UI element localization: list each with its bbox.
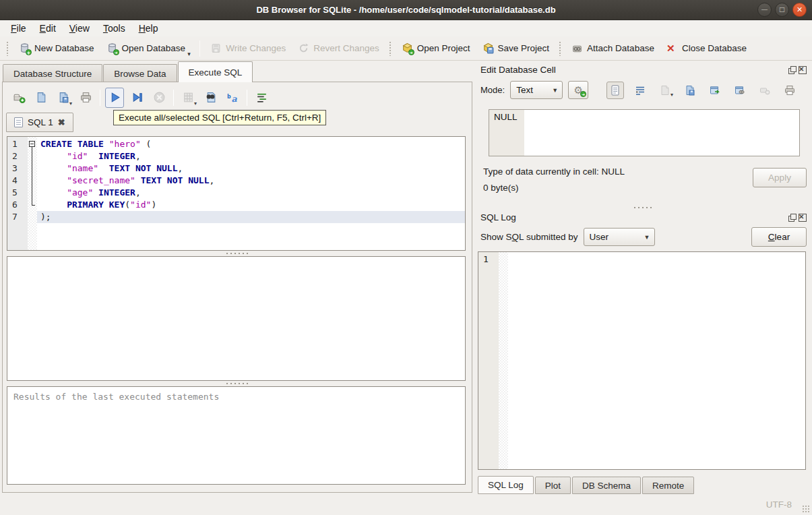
dock-close-icon[interactable]: [799, 214, 807, 222]
apply-button: Apply: [753, 168, 807, 187]
sql-log-title: SQL Log: [480, 212, 516, 222]
sql-toolbar: ▾ ▾: [3, 82, 472, 113]
open-project-button[interactable]: ➜ Open Project: [396, 38, 476, 59]
toolbar-drag-handle[interactable]: [389, 41, 392, 56]
close-database-icon: ✕: [666, 42, 678, 54]
code-line[interactable]: 5 "age" INTEGER,: [7, 187, 465, 199]
splitter-handle[interactable]: [3, 381, 472, 386]
dock-close-icon[interactable]: [799, 66, 807, 74]
text-mode-button[interactable]: [606, 82, 624, 99]
save-sql-file-icon: [57, 91, 70, 104]
tab-remote[interactable]: Remote: [642, 477, 694, 494]
code-line[interactable]: 3 "name" TEXT NOT NULL,: [7, 162, 465, 175]
code-line[interactable]: 7);: [7, 211, 465, 223]
clear-button[interactable]: Clear: [751, 227, 807, 247]
fold-margin: [28, 211, 37, 223]
code-line[interactable]: 2 "id" INTEGER,: [7, 150, 465, 162]
print-icon: [784, 84, 796, 96]
sql-file-tab[interactable]: SQL 1 ✖: [6, 113, 73, 132]
dock-float-icon[interactable]: [788, 214, 796, 222]
toolbar-drag-handle[interactable]: [6, 41, 9, 56]
workspace: Database Structure Browse Data Execute S…: [0, 61, 812, 494]
cell-editor[interactable]: NULL: [489, 109, 800, 156]
window-controls: [757, 3, 807, 17]
fold-margin: [28, 175, 37, 187]
line-number: 7: [7, 211, 28, 223]
title-bar[interactable]: DB Browser for SQLite - /home/user/code/…: [0, 0, 812, 20]
cell-edit-area[interactable]: [524, 110, 799, 156]
save-sql-file-button[interactable]: ▾: [54, 88, 73, 108]
toolbar-separator: [199, 40, 200, 57]
code-line[interactable]: 6 PRIMARY KEY("id"): [7, 199, 465, 211]
mode-select[interactable]: Text ▼: [510, 81, 563, 99]
code-line[interactable]: 1CREATE TABLE "hero" (: [7, 138, 465, 150]
execute-all-icon: [108, 91, 121, 104]
save-results-icon: [182, 91, 195, 104]
tab-close-icon[interactable]: ✖: [58, 117, 65, 127]
resize-grip-icon[interactable]: [802, 505, 810, 513]
new-database-button[interactable]: + New Database: [13, 38, 100, 59]
database-open-icon: ➜: [106, 42, 118, 54]
open-database-button[interactable]: ➜ Open Database: [100, 38, 192, 59]
print-cell-button[interactable]: [781, 82, 799, 99]
app-window: { "window": { "title": "DB Browser for S…: [0, 0, 812, 515]
left-panel: Database Structure Browse Data Execute S…: [0, 61, 474, 494]
maximize-button[interactable]: [775, 3, 789, 17]
execute-current-line-icon: [131, 91, 144, 104]
results-table-pane[interactable]: [7, 256, 466, 381]
auto-switch-mode-button[interactable]: ⚙ ➜: [568, 81, 588, 99]
menu-tools[interactable]: Tools: [96, 22, 132, 35]
tab-execute-sql[interactable]: Execute SQL: [178, 61, 253, 82]
fold-marker-icon[interactable]: [28, 138, 37, 150]
menu-edit[interactable]: Edit: [33, 22, 63, 35]
new-tab-button[interactable]: [9, 88, 28, 108]
tab-browse-data[interactable]: Browse Data: [103, 64, 177, 82]
open-database-dropdown-icon[interactable]: ▾: [187, 51, 194, 57]
format-sql-button[interactable]: ba: [223, 88, 242, 108]
open-external-button[interactable]: [731, 82, 749, 99]
submitter-select[interactable]: User ▼: [584, 228, 655, 246]
close-database-button[interactable]: ✕ Close Database: [660, 38, 753, 59]
menu-file[interactable]: File: [4, 22, 33, 35]
attach-database-button[interactable]: Attach Database: [565, 38, 660, 59]
set-null-icon: [759, 84, 771, 96]
sql-editor[interactable]: 1CREATE TABLE "hero" (2 "id" INTEGER,3 "…: [7, 136, 466, 251]
revert-changes-button: Revert Changes: [292, 38, 385, 59]
menu-help[interactable]: Help: [132, 22, 165, 35]
dropdown-caret-icon: ▾: [670, 92, 673, 98]
stop-button: [150, 88, 168, 108]
sql-log-editor[interactable]: 1: [478, 251, 806, 470]
export-cell-button[interactable]: [706, 82, 724, 99]
tab-database-structure[interactable]: Database Structure: [3, 64, 102, 82]
toolbar-drag-handle[interactable]: [559, 41, 562, 56]
fold-margin: [28, 162, 37, 175]
tab-db-schema[interactable]: DB Schema: [572, 477, 641, 494]
word-wrap-button[interactable]: [631, 82, 649, 99]
import-cell-button[interactable]: [681, 82, 699, 99]
menu-view[interactable]: View: [63, 22, 96, 35]
submitter-value: User: [590, 232, 609, 242]
open-sql-file-button[interactable]: [32, 88, 51, 108]
tab-sql-log[interactable]: SQL Log: [478, 476, 534, 494]
minimize-button[interactable]: [757, 3, 772, 17]
line-number: 2: [7, 150, 28, 162]
new-database-label: New Database: [34, 43, 94, 53]
execute-all-button[interactable]: [105, 88, 124, 108]
code-line[interactable]: 4 "secret_name" TEXT NOT NULL,: [7, 175, 465, 187]
word-wrap-button[interactable]: [252, 88, 271, 108]
splitter-dots-icon: [225, 382, 249, 385]
dock-float-icon[interactable]: [788, 66, 796, 74]
print-button[interactable]: [76, 88, 95, 108]
execute-current-line-button[interactable]: [127, 88, 146, 108]
close-button[interactable]: [792, 3, 807, 17]
save-project-button[interactable]: Save Project: [476, 38, 556, 59]
encoding-indicator[interactable]: UTF-8: [766, 499, 792, 510]
tab-plot[interactable]: Plot: [535, 477, 571, 494]
results-message-pane[interactable]: Results of the last executed statements: [7, 386, 466, 485]
dock-splitter-handle[interactable]: [474, 203, 812, 212]
cell-action-icons: ▾: [606, 82, 801, 99]
splitter-handle[interactable]: [3, 251, 472, 256]
find-button[interactable]: [201, 88, 220, 108]
sql-log-dock-header: SQL Log: [474, 212, 812, 222]
cell-info: Type of data currently in cell: NULL 0 b…: [483, 165, 807, 203]
